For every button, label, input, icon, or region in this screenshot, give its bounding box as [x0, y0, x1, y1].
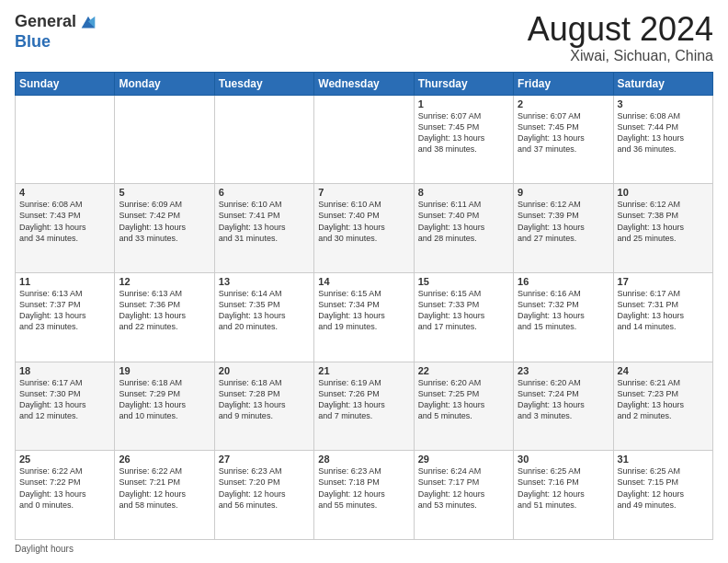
day-cell: 19Sunrise: 6:18 AMSunset: 7:29 PMDayligh… — [115, 362, 214, 451]
col-header-wednesday: Wednesday — [314, 72, 414, 95]
day-info: Sunrise: 6:16 AMSunset: 7:32 PMDaylight:… — [518, 288, 609, 333]
day-number: 4 — [19, 187, 110, 198]
day-cell: 31Sunrise: 6:25 AMSunset: 7:15 PMDayligh… — [613, 451, 712, 540]
day-info: Sunrise: 6:19 AMSunset: 7:26 PMDaylight:… — [318, 377, 409, 422]
day-number: 18 — [19, 365, 110, 376]
day-number: 14 — [318, 276, 409, 287]
day-info: Sunrise: 6:15 AMSunset: 7:34 PMDaylight:… — [318, 288, 409, 333]
day-info: Sunrise: 6:07 AMSunset: 7:45 PMDaylight:… — [518, 110, 609, 155]
day-cell: 11Sunrise: 6:13 AMSunset: 7:37 PMDayligh… — [16, 272, 115, 362]
day-info: Sunrise: 6:21 AMSunset: 7:23 PMDaylight:… — [618, 377, 709, 422]
day-number: 9 — [518, 187, 609, 198]
day-info: Sunrise: 6:07 AMSunset: 7:45 PMDaylight:… — [418, 110, 509, 155]
week-row-2: 4Sunrise: 6:08 AMSunset: 7:43 PMDaylight… — [16, 184, 713, 273]
day-info: Sunrise: 6:23 AMSunset: 7:18 PMDaylight:… — [318, 465, 409, 511]
day-number: 3 — [618, 98, 709, 109]
day-info: Sunrise: 6:12 AMSunset: 7:39 PMDaylight:… — [518, 199, 609, 244]
logo-general: General — [15, 13, 76, 31]
day-cell: 12Sunrise: 6:13 AMSunset: 7:36 PMDayligh… — [115, 272, 214, 362]
day-cell: 16Sunrise: 6:16 AMSunset: 7:32 PMDayligh… — [514, 272, 613, 362]
day-number: 7 — [318, 187, 409, 198]
day-cell: 10Sunrise: 6:12 AMSunset: 7:38 PMDayligh… — [613, 184, 712, 273]
day-number: 19 — [119, 365, 210, 376]
day-cell — [314, 95, 414, 184]
col-header-tuesday: Tuesday — [214, 72, 313, 95]
day-info: Sunrise: 6:12 AMSunset: 7:38 PMDaylight:… — [618, 199, 709, 244]
day-cell: 24Sunrise: 6:21 AMSunset: 7:23 PMDayligh… — [613, 362, 712, 451]
day-info: Sunrise: 6:25 AMSunset: 7:15 PMDaylight:… — [618, 465, 709, 511]
day-info: Sunrise: 6:09 AMSunset: 7:42 PMDaylight:… — [119, 199, 210, 244]
day-info: Sunrise: 6:08 AMSunset: 7:43 PMDaylight:… — [19, 199, 110, 244]
day-cell: 3Sunrise: 6:08 AMSunset: 7:44 PMDaylight… — [613, 95, 712, 184]
day-info: Sunrise: 6:18 AMSunset: 7:29 PMDaylight:… — [119, 377, 210, 422]
week-row-3: 11Sunrise: 6:13 AMSunset: 7:37 PMDayligh… — [16, 272, 713, 362]
day-cell: 7Sunrise: 6:10 AMSunset: 7:40 PMDaylight… — [314, 184, 414, 273]
day-info: Sunrise: 6:13 AMSunset: 7:37 PMDaylight:… — [19, 288, 110, 333]
footer-note: Daylight hours — [15, 544, 713, 554]
day-number: 22 — [418, 365, 509, 376]
location-title: Xiwai, Sichuan, China — [528, 48, 713, 64]
day-cell: 13Sunrise: 6:14 AMSunset: 7:35 PMDayligh… — [214, 272, 313, 362]
logo-text: General Blue — [15, 11, 98, 52]
day-info: Sunrise: 6:15 AMSunset: 7:33 PMDaylight:… — [418, 288, 509, 333]
day-number: 12 — [119, 276, 210, 287]
day-cell: 14Sunrise: 6:15 AMSunset: 7:34 PMDayligh… — [314, 272, 414, 362]
col-header-friday: Friday — [514, 72, 613, 95]
day-cell: 22Sunrise: 6:20 AMSunset: 7:25 PMDayligh… — [414, 362, 513, 451]
logo-icon — [78, 13, 98, 33]
day-info: Sunrise: 6:17 AMSunset: 7:30 PMDaylight:… — [19, 377, 110, 422]
day-cell: 1Sunrise: 6:07 AMSunset: 7:45 PMDaylight… — [414, 95, 513, 184]
col-header-saturday: Saturday — [613, 72, 712, 95]
day-cell: 5Sunrise: 6:09 AMSunset: 7:42 PMDaylight… — [115, 184, 214, 273]
day-number: 25 — [19, 454, 110, 465]
day-number: 16 — [518, 276, 609, 287]
day-cell: 25Sunrise: 6:22 AMSunset: 7:22 PMDayligh… — [16, 451, 115, 540]
day-cell: 17Sunrise: 6:17 AMSunset: 7:31 PMDayligh… — [613, 272, 712, 362]
col-header-sunday: Sunday — [16, 72, 115, 95]
day-info: Sunrise: 6:10 AMSunset: 7:40 PMDaylight:… — [318, 199, 409, 244]
day-cell: 8Sunrise: 6:11 AMSunset: 7:40 PMDaylight… — [414, 184, 513, 273]
day-info: Sunrise: 6:10 AMSunset: 7:41 PMDaylight:… — [219, 199, 310, 244]
day-number: 20 — [219, 365, 310, 376]
day-info: Sunrise: 6:18 AMSunset: 7:28 PMDaylight:… — [219, 377, 310, 422]
day-info: Sunrise: 6:11 AMSunset: 7:40 PMDaylight:… — [418, 199, 509, 244]
day-number: 10 — [618, 187, 709, 198]
day-info: Sunrise: 6:17 AMSunset: 7:31 PMDaylight:… — [618, 288, 709, 333]
day-number: 29 — [418, 454, 509, 465]
day-info: Sunrise: 6:08 AMSunset: 7:44 PMDaylight:… — [618, 110, 709, 155]
day-number: 15 — [418, 276, 509, 287]
day-number: 27 — [219, 454, 310, 465]
day-cell: 9Sunrise: 6:12 AMSunset: 7:39 PMDaylight… — [514, 184, 613, 273]
day-cell: 18Sunrise: 6:17 AMSunset: 7:30 PMDayligh… — [16, 362, 115, 451]
day-cell: 20Sunrise: 6:18 AMSunset: 7:28 PMDayligh… — [214, 362, 313, 451]
day-number: 30 — [518, 454, 609, 465]
day-info: Sunrise: 6:22 AMSunset: 7:21 PMDaylight:… — [119, 465, 210, 511]
day-number: 31 — [618, 454, 709, 465]
day-info: Sunrise: 6:25 AMSunset: 7:16 PMDaylight:… — [518, 465, 609, 511]
day-number: 8 — [418, 187, 509, 198]
day-number: 1 — [418, 98, 509, 109]
header: General Blue August 2024 Xiwai, Sichuan,… — [15, 11, 713, 64]
day-number: 6 — [219, 187, 310, 198]
day-info: Sunrise: 6:20 AMSunset: 7:24 PMDaylight:… — [518, 377, 609, 422]
day-cell: 28Sunrise: 6:23 AMSunset: 7:18 PMDayligh… — [314, 451, 414, 540]
week-row-5: 25Sunrise: 6:22 AMSunset: 7:22 PMDayligh… — [16, 451, 713, 540]
week-row-1: 1Sunrise: 6:07 AMSunset: 7:45 PMDaylight… — [16, 95, 713, 184]
day-cell — [214, 95, 313, 184]
logo-area: General Blue — [15, 11, 98, 52]
day-cell: 6Sunrise: 6:10 AMSunset: 7:41 PMDaylight… — [214, 184, 313, 273]
day-info: Sunrise: 6:23 AMSunset: 7:20 PMDaylight:… — [219, 465, 310, 511]
month-title: August 2024 — [528, 11, 713, 48]
day-number: 11 — [19, 276, 110, 287]
col-header-thursday: Thursday — [414, 72, 513, 95]
day-number: 13 — [219, 276, 310, 287]
day-cell: 21Sunrise: 6:19 AMSunset: 7:26 PMDayligh… — [314, 362, 414, 451]
week-row-4: 18Sunrise: 6:17 AMSunset: 7:30 PMDayligh… — [16, 362, 713, 451]
day-cell — [16, 95, 115, 184]
day-number: 5 — [119, 187, 210, 198]
day-number: 23 — [518, 365, 609, 376]
day-cell: 30Sunrise: 6:25 AMSunset: 7:16 PMDayligh… — [514, 451, 613, 540]
day-cell: 26Sunrise: 6:22 AMSunset: 7:21 PMDayligh… — [115, 451, 214, 540]
day-number: 2 — [518, 98, 609, 109]
day-info: Sunrise: 6:13 AMSunset: 7:36 PMDaylight:… — [119, 288, 210, 333]
